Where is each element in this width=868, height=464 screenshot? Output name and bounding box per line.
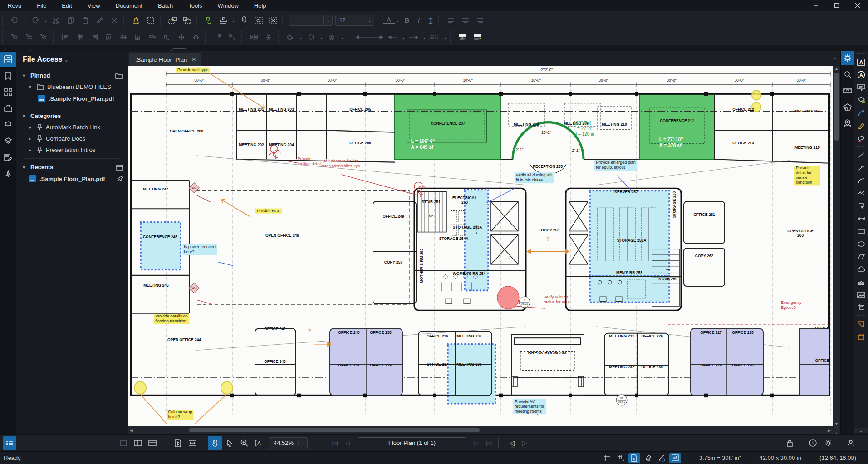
snap-to-markup-icon[interactable]: 5 [642,453,654,463]
annotation-markup[interactable]: Column wrap finish? [167,410,193,420]
measurement-markup[interactable]: L = 77'-10" A = 378 sf [659,137,683,148]
detail-callout-badge[interactable]: 01A6.01 [616,395,628,406]
brightness-icon[interactable] [821,436,835,450]
crop-tool-icon[interactable] [855,301,868,313]
single-page-view-icon[interactable] [116,436,131,450]
measurement-markup[interactable]: 2'-1" [572,148,580,153]
redo-chevron-icon[interactable]: ⌄ [43,18,49,23]
toolbar-grip[interactable] [278,31,281,43]
toolbar-grip[interactable] [196,15,200,26]
markups-list-toggle[interactable] [3,436,16,450]
tool-chest-tab[interactable] [0,101,16,116]
font-family-select[interactable]: ⌄ [289,15,333,26]
typewriter-tool-icon[interactable]: A [855,68,868,81]
menu-item[interactable]: File [29,1,54,10]
category-row[interactable]: ▸ Compare Docs [23,133,128,144]
lock-status-icon[interactable] [783,436,797,450]
profile-chevron-icon[interactable]: ⌄ [859,441,865,445]
area-measure-tool-icon[interactable] [855,331,868,343]
first-page-button[interactable]: |◁ [329,440,341,446]
thumbnails-tab[interactable] [0,84,16,100]
tab-list-chevron-icon[interactable]: ⌄ [833,54,837,60]
toolbar-grip[interactable] [160,15,163,26]
annotation-markup[interactable]: Verify 60in clr. radius for ADA [544,295,570,305]
toolbar-grip[interactable] [378,15,381,26]
previous-view-button[interactable]: ◁̲ [505,439,518,447]
undo-icon[interactable] [8,14,21,27]
properties-tab[interactable] [841,51,854,65]
length-measure-tool-icon[interactable] [855,318,868,330]
toolbar-grip[interactable] [857,315,866,316]
maximize-button[interactable] [826,0,847,11]
annotation-markup[interactable]: Provide details on flooring transition [154,314,189,324]
library-tab[interactable] [0,117,16,132]
pdf-canvas[interactable]: 30'-0"30'-0"30'-0"30'-0"30'-0"30'-0"30'-… [128,66,833,426]
snap-hint-icon[interactable] [656,453,667,463]
folder-row[interactable]: ▾ Bluebeam DEMO FILES [23,81,128,93]
measurement-markup[interactable]: L = 106'-9" A = 649 sf [411,138,435,150]
previous-page-button[interactable]: ◁ [341,440,354,446]
snap-to-content-icon[interactable]: 5 [628,453,640,463]
close-button[interactable] [847,0,868,11]
annotation-markup[interactable]: Is power required here? [182,244,217,255]
measurement-markup[interactable]: 120" Tall L = 27'-4" D = 120 in [574,121,594,137]
paste-in-place-alt-icon[interactable] [180,14,194,27]
category-row[interactable]: ▸ AutoMark Batch Link [23,122,128,133]
snapshot-icon[interactable] [144,14,157,27]
pinned-section-header[interactable]: ▾ Pinned [23,70,128,81]
stamp-chevron-icon[interactable]: ⌄ [230,18,237,23]
minimize-button[interactable] [805,0,826,11]
profile-icon[interactable] [843,436,858,450]
toolbar-grip[interactable] [241,31,245,43]
annotation-markup[interactable]: ? [308,328,311,334]
next-view-button[interactable]: ▷̲ [518,439,531,447]
bookmarks-tab[interactable] [0,68,16,83]
tab-close-icon[interactable]: ✕ [191,56,196,63]
places-tab[interactable] [841,116,854,131]
toolbar-grip[interactable] [438,15,442,26]
measurement-markup[interactable]: 23'-2" [541,130,551,135]
recent-file-row[interactable]: .Sample Floor_Plan.pdf [23,173,128,185]
polyline-tool-icon[interactable] [855,187,868,199]
scroll-left-icon[interactable]: ◀ [130,428,133,433]
annotation-markup[interactable]: Provide enlarged plan for equip. layout [594,160,637,171]
next-page-button[interactable]: ▷ [470,440,483,446]
toolbar-grip[interactable] [53,31,56,43]
calendar-icon[interactable] [116,164,123,171]
annotation-markup[interactable]: Stair doors to be fire rated assemblies,… [321,159,361,169]
measurement-markup[interactable]: 2'-1" [516,147,524,152]
studio-tab[interactable] [0,166,16,181]
sync-chevron-icon[interactable]: ⌄ [683,456,689,460]
file-access-tab[interactable] [0,52,16,67]
brightness-chevron-icon[interactable]: ⌄ [836,441,843,445]
lasso-erase-icon[interactable] [252,14,265,27]
annotation-markup[interactable]: Provide detail for corner condition [794,166,820,185]
add-folder-icon[interactable] [115,73,123,79]
scroll-down-icon[interactable]: ▼ [834,422,839,426]
pen-tag-tool-icon[interactable] [855,94,868,106]
split-vertical-icon[interactable] [131,436,145,450]
pin-icon[interactable] [117,176,123,182]
ellipse-tool-icon[interactable] [855,238,868,250]
annotation-markup[interactable]: Provide wall type [176,68,210,73]
image-tool-icon[interactable] [855,288,868,301]
toolbar-grip[interactable] [2,15,5,26]
search-tab[interactable] [841,67,854,82]
annotation-markup[interactable]: Emergency Egress? [781,300,815,310]
dimension-tool-icon[interactable] [855,212,868,225]
menu-item[interactable]: Tools [181,1,210,10]
sync-views-icon[interactable] [669,453,681,463]
annotation-markup[interactable]: Provide mullion detail [298,156,322,166]
annotation-markup[interactable]: Verify all ducting will fit in this chas… [515,172,554,183]
last-page-button[interactable]: ▷| [483,440,495,446]
vertical-scroll-thumb[interactable] [834,73,839,141]
pan-tool-icon[interactable] [208,436,222,450]
calibrate-icon[interactable] [456,31,470,44]
redo-icon[interactable] [29,14,42,27]
hyperlink-icon[interactable] [202,14,216,27]
zoom-level-select[interactable]: 44.52%⌄ [269,437,308,449]
toolbar-grip[interactable] [123,15,127,26]
scroll-right-icon[interactable]: ▶ [828,428,831,433]
menu-item[interactable]: Help [246,1,274,10]
cut-content-icon[interactable] [266,14,280,27]
